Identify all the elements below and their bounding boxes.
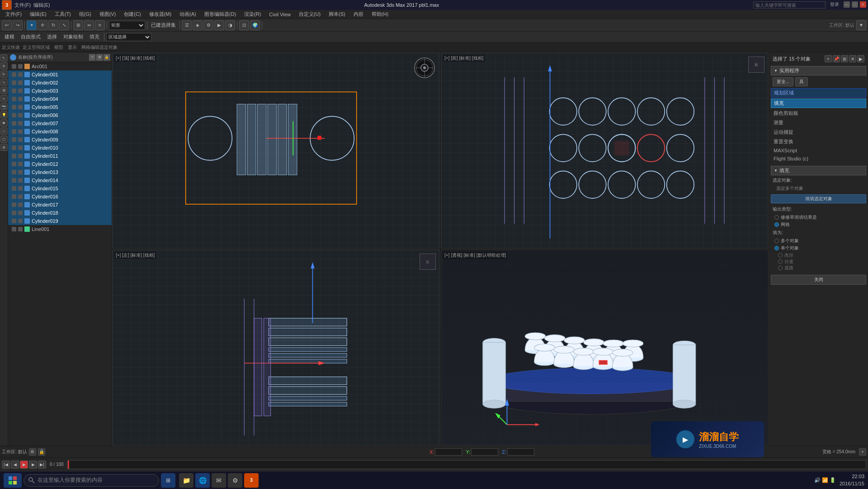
right-panel-nav[interactable]: ▶ [857, 55, 864, 62]
list-item[interactable]: Cylinder005 [8, 103, 112, 111]
filter-icon[interactable]: ▽ [89, 54, 95, 61]
play-btn[interactable]: ▶ [20, 461, 28, 469]
snap-btn[interactable]: ⊞ [73, 20, 83, 30]
list-item[interactable]: Cylinder010 [8, 144, 112, 152]
app-logo[interactable]: 3 [2, 0, 12, 10]
object-paint-btn[interactable]: 对象绘制 [61, 33, 86, 40]
menu-render[interactable]: 渲染(R) [241, 10, 264, 19]
list-item[interactable]: Cylinder003 [8, 87, 112, 95]
populate-btn[interactable]: 填充 [87, 33, 102, 40]
active-shade-btn[interactable]: ◑ [225, 20, 235, 30]
move-btn[interactable]: ✛ [38, 20, 47, 30]
menu-tools[interactable]: 工具(T) [51, 10, 75, 19]
list-item[interactable]: Arc001 [8, 62, 112, 71]
list-item[interactable]: Cylinder002 [8, 79, 112, 87]
freeform-btn[interactable]: 自由形式 [18, 33, 43, 40]
list-item[interactable]: Cylinder017 [8, 201, 112, 209]
fill-section-title[interactable]: ▼ 填充 [771, 166, 866, 175]
3dsmax-taskicon[interactable]: 3 [244, 473, 259, 488]
align-btn[interactable]: ≡ [95, 20, 105, 30]
list-item[interactable]: Cylinder012 [8, 160, 112, 168]
region-tab[interactable]: 规划区域 [771, 88, 866, 98]
tool-geo[interactable]: ⬡ [0, 136, 8, 143]
fill-tab[interactable]: 填充 [771, 99, 866, 108]
list-item[interactable]: Cylinder009 [8, 136, 112, 144]
tool-helper[interactable]: ✚ [0, 119, 8, 127]
menu-create[interactable]: 创建(C) [120, 10, 144, 19]
fendao-radio[interactable]: 分道 [778, 259, 866, 265]
menu-help[interactable]: 帮助(H) [368, 10, 392, 19]
mirror-btn[interactable]: ⇔ [84, 20, 94, 30]
list-item[interactable]: Cylinder014 [8, 176, 112, 184]
reset-transform-tab[interactable]: 重置变换 [771, 137, 866, 146]
list-item[interactable]: Cylinder016 [8, 193, 112, 201]
menu-file[interactable]: 文件(F) [2, 10, 25, 19]
material-editor-btn[interactable]: ◈ [193, 20, 203, 30]
select-btn[interactable]: ✦ [27, 20, 37, 30]
go-start-btn[interactable]: |◀ [2, 461, 10, 469]
menu-script[interactable]: 脚本(S) [325, 10, 349, 19]
maximize-btn[interactable]: □ [852, 1, 858, 8]
right-panel-pin[interactable]: 📌 [833, 55, 840, 62]
set-btn[interactable]: 具 [795, 77, 808, 86]
scale-btn[interactable]: ⤡ [59, 20, 69, 30]
render-setup-btn[interactable]: ⚙ [203, 20, 213, 30]
add-object-btn[interactable]: + [825, 55, 832, 62]
menu-content[interactable]: 内容 [350, 10, 367, 19]
modeling-btn[interactable]: 建模 [2, 33, 17, 40]
environment-btn[interactable]: 🌍 [250, 20, 260, 30]
modify-fill-radio[interactable]: 修修草填填结果是 [774, 214, 863, 221]
menu-civil-view[interactable]: Civil View [265, 11, 294, 18]
explorer-icon[interactable]: 📁 [179, 473, 193, 488]
menu-customize[interactable]: 自定义(U) [295, 10, 324, 19]
undo-btn[interactable]: ↩ [2, 20, 12, 30]
list-item[interactable]: Cylinder006 [8, 111, 112, 119]
common-tools-title[interactable]: ▼ 实用程序 [771, 66, 866, 75]
tool-light[interactable]: 💡 [0, 111, 8, 118]
go-end-btn[interactable]: ▶| [38, 461, 46, 469]
color-clipboard-tab[interactable]: 颜色剪贴板 [771, 109, 866, 118]
daolu-radio[interactable]: 道路 [778, 265, 866, 271]
x-input[interactable] [435, 448, 462, 456]
tool-sys[interactable]: ⚙ [0, 144, 8, 151]
tool-scale[interactable]: ⤡ [0, 79, 8, 86]
right-panel-expand[interactable]: ⊞ [841, 55, 848, 62]
tool-bind[interactable]: ∿ [0, 95, 8, 102]
settings-icon[interactable]: ⚙ [96, 54, 103, 61]
titlebar-search[interactable] [753, 1, 826, 9]
list-item[interactable]: Cylinder001 [8, 71, 112, 79]
list-item[interactable]: Cylinder011 [8, 152, 112, 160]
motion-capture-tab[interactable]: 运动捕捉 [771, 128, 866, 136]
fill-select-btn[interactable]: 填填选定对象 [771, 194, 866, 203]
start-button[interactable] [4, 473, 22, 488]
selection-mode-btn[interactable]: 选择 [44, 33, 60, 40]
viewport-front[interactable]: [+] [前] [标准] [线框] 前 [441, 52, 769, 249]
timeline-track[interactable] [67, 460, 866, 469]
list-item[interactable]: Cylinder004 [8, 95, 112, 103]
measurement-tab[interactable]: 测量 [771, 118, 866, 127]
list-item[interactable]: Cylinder007 [8, 119, 112, 127]
single-obj-radio[interactable]: 单个对象 [774, 245, 863, 251]
menu-animation[interactable]: 动画(A) [176, 10, 200, 19]
render-frame-btn[interactable]: ⊡ [239, 20, 249, 30]
more-utilities-btn[interactable]: 更全... [773, 77, 793, 86]
settings-icon[interactable]: ⚙ [228, 473, 242, 488]
list-item[interactable]: Cylinder008 [8, 127, 112, 136]
list-item[interactable]: Cylinder015 [8, 184, 112, 193]
workspace-settings[interactable]: ⚙ [29, 448, 36, 456]
redo-btn[interactable]: ↪ [13, 20, 23, 30]
mesh-radio[interactable]: 网格 [774, 221, 863, 228]
select-mode-dropdown[interactable]: 矩形 圆形 套索 [109, 21, 145, 30]
z-input[interactable] [507, 448, 534, 456]
taskbar-search[interactable]: 在这里输入你要搜索的内容 [24, 474, 159, 487]
render-btn[interactable]: ▶ [214, 20, 224, 30]
workspace-lock[interactable]: 🔒 [38, 448, 45, 456]
tool-camera[interactable]: 📷 [0, 103, 8, 110]
minimize-btn[interactable]: — [844, 1, 850, 8]
list-item[interactable]: Cylinder018 [8, 209, 112, 217]
lock-icon[interactable]: 🔒 [104, 54, 110, 61]
tool-select[interactable]: ↖ [0, 54, 8, 61]
region-select-dropdown[interactable]: 区域选择 [106, 33, 151, 41]
menu-graph-editor[interactable]: 图形编辑器(D) [201, 10, 240, 19]
tool-link[interactable]: ⛓ [0, 87, 8, 94]
